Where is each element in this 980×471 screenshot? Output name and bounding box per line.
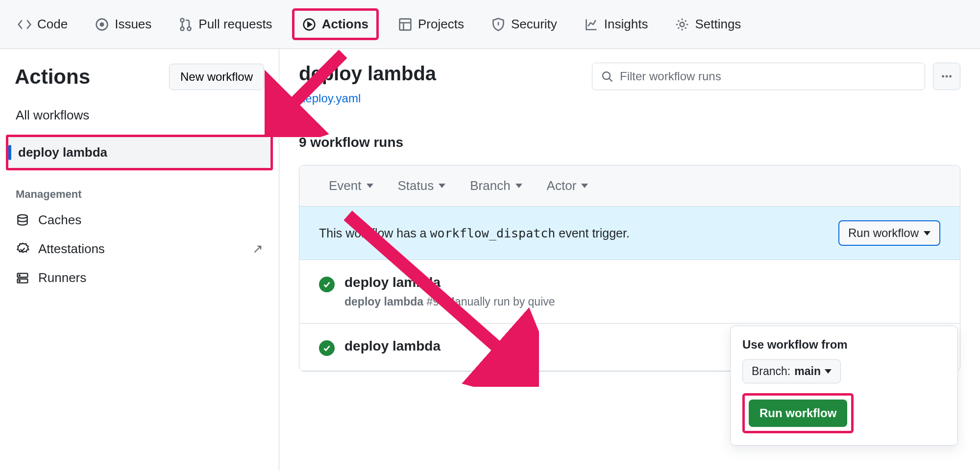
dispatch-text-pre: This workflow has a [319, 226, 430, 240]
filter-placeholder: Filter workflow runs [620, 70, 721, 83]
svg-point-3 [181, 27, 184, 30]
svg-rect-6 [400, 19, 411, 30]
tab-pull-requests[interactable]: Pull requests [171, 11, 280, 38]
tab-pr-label: Pull requests [198, 17, 272, 32]
run-sub-num: #9 [426, 295, 439, 308]
tab-actions[interactable]: Actions [292, 8, 379, 40]
sidebar-caches[interactable]: Caches [6, 206, 273, 235]
caret-icon [825, 369, 832, 374]
svg-point-14 [942, 75, 944, 78]
filter-branch-label: Branch [470, 178, 510, 193]
caret-icon [924, 231, 931, 236]
tab-code-label: Code [37, 17, 68, 32]
workflow-file-link[interactable]: deploy.yaml [299, 92, 361, 105]
tab-actions-label: Actions [322, 17, 368, 32]
more-actions-button[interactable] [933, 63, 960, 90]
caret-icon [439, 184, 445, 188]
svg-point-11 [19, 275, 20, 276]
tab-settings[interactable]: Settings [667, 11, 749, 38]
svg-point-1 [100, 23, 103, 25]
annotation-highlight: Run workflow [742, 393, 854, 433]
svg-point-4 [188, 27, 191, 30]
success-icon [319, 340, 335, 356]
shield-icon [491, 18, 505, 31]
filter-event-label: Event [329, 178, 362, 193]
dispatch-banner: This workflow has a workflow_dispatch ev… [299, 207, 960, 260]
play-icon [302, 18, 316, 31]
caret-icon [515, 184, 522, 188]
sidebar-all-workflows-label: All workflows [16, 108, 89, 123]
projects-icon [398, 18, 412, 31]
tab-issues-label: Issues [115, 17, 151, 32]
server-icon [16, 271, 29, 285]
svg-point-13 [603, 72, 610, 79]
svg-point-2 [181, 18, 184, 22]
svg-point-15 [946, 75, 948, 78]
tab-security[interactable]: Security [484, 11, 565, 38]
run-workflow-popover: Use workflow from Branch: main Run workf… [730, 326, 958, 446]
popover-label: Use workflow from [742, 338, 946, 352]
code-icon [18, 18, 31, 31]
filter-actor-label: Actor [547, 178, 577, 193]
filter-actor[interactable]: Actor [547, 178, 588, 193]
svg-point-16 [949, 75, 952, 78]
run-workflow-dropdown-button[interactable]: Run workflow [838, 220, 940, 246]
tab-insights[interactable]: Insights [577, 11, 656, 38]
tab-security-label: Security [511, 17, 557, 32]
sidebar-workflow-deploy-lambda[interactable]: deploy lambda [8, 137, 270, 168]
filter-event[interactable]: Event [329, 178, 373, 193]
run-sub-rest: : Manually run by quive [439, 295, 555, 308]
run-title: deploy lambda [344, 338, 441, 354]
sidebar-management-label: Management [6, 174, 273, 206]
sidebar-title: Actions [15, 65, 90, 89]
svg-point-8 [18, 214, 27, 218]
tab-code[interactable]: Code [10, 11, 75, 38]
main: deploy lambda deploy.yaml Filter workflo… [279, 49, 980, 471]
external-link-icon: ↗ [252, 241, 263, 257]
tab-issues[interactable]: Issues [87, 11, 159, 38]
run-sub-wf: deploy lambda [344, 295, 423, 308]
database-icon [16, 213, 29, 227]
svg-point-12 [19, 280, 20, 281]
sidebar-workflow-label: deploy lambda [18, 145, 107, 160]
gear-icon [675, 18, 689, 31]
tab-insights-label: Insights [604, 17, 648, 32]
issue-icon [95, 18, 109, 31]
runs-count: 9 workflow runs [299, 135, 960, 150]
sidebar-runners-label: Runners [38, 270, 86, 285]
caret-icon [367, 184, 373, 188]
sidebar: Actions New workflow All workflows deplo… [0, 49, 279, 471]
sidebar-all-workflows[interactable]: All workflows [6, 100, 273, 131]
branch-prefix: Branch: [752, 365, 790, 378]
run-row[interactable]: deploy lambda deploy lambda #9: Manually… [299, 260, 960, 324]
annotation-highlight: deploy lambda [6, 135, 273, 170]
filter-status[interactable]: Status [398, 178, 446, 193]
run-workflow-submit-button[interactable]: Run workflow [749, 400, 847, 427]
new-workflow-button[interactable]: New workflow [169, 64, 264, 90]
filter-status-label: Status [398, 178, 434, 193]
run-workflow-label: Run workflow [848, 226, 919, 240]
success-icon [319, 277, 335, 292]
caret-icon [581, 184, 588, 188]
sidebar-caches-label: Caches [38, 212, 81, 228]
tab-projects[interactable]: Projects [391, 11, 472, 38]
search-icon [601, 71, 613, 82]
tab-settings-label: Settings [695, 17, 741, 32]
dispatch-code: workflow_dispatch [430, 226, 555, 240]
pr-icon [179, 18, 193, 31]
run-title: deploy lambda [344, 275, 555, 290]
branch-selector[interactable]: Branch: main [742, 359, 841, 383]
sidebar-attestations-label: Attestations [38, 241, 105, 257]
sidebar-attestations[interactable]: Attestations ↗ [6, 235, 273, 263]
kebab-icon [941, 71, 953, 82]
repo-nav: Code Issues Pull requests Actions Projec… [0, 0, 980, 49]
svg-point-7 [680, 22, 685, 26]
dispatch-text-post: event trigger. [559, 226, 630, 240]
tab-projects-label: Projects [418, 17, 464, 32]
branch-value: main [794, 365, 821, 378]
sidebar-runners[interactable]: Runners [6, 263, 273, 292]
run-subtitle: deploy lambda #9: Manually run by quive [344, 295, 555, 308]
verified-icon [16, 242, 29, 256]
filter-runs-input[interactable]: Filter workflow runs [592, 63, 925, 90]
filter-branch[interactable]: Branch [470, 178, 522, 193]
